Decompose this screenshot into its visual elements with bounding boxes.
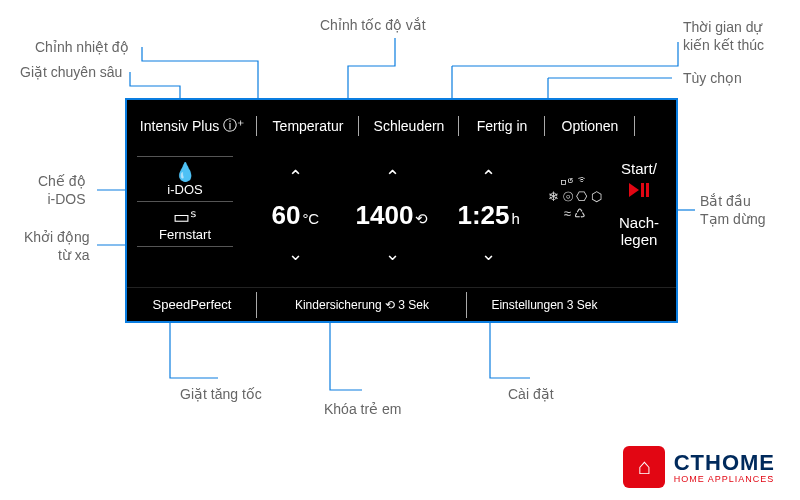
appliance-panel: Intensiv Plus ⓘ⁺ Temperatur Schleudern F…: [125, 98, 678, 323]
display-area: 💧 i-DOS ▭ˢ Fernstart 60 °C 1400: [127, 150, 676, 281]
remote-start-button[interactable]: ▭ˢ Fernstart: [137, 202, 233, 247]
spin-unit: ⟲: [415, 210, 428, 228]
option-icons-row2: ❄ ⦾ ⎔ ⬡: [545, 189, 605, 206]
option-icons-row3: ≈ ♺: [545, 206, 605, 223]
top-intensiv-plus[interactable]: Intensiv Plus ⓘ⁺: [127, 112, 257, 140]
childlock-label: Kindersicherung ⟲ 3 Sek: [295, 298, 429, 312]
remote-icon: ▭ˢ: [137, 208, 233, 226]
top-temperature[interactable]: Temperatur: [257, 112, 359, 140]
left-buttons: 💧 i-DOS ▭ˢ Fernstart: [137, 156, 233, 247]
settings-label: Einstellungen 3 Sek: [491, 298, 597, 312]
top-menu-row: Intensiv Plus ⓘ⁺ Temperatur Schleudern F…: [127, 112, 676, 140]
anno-idos: Chế độ i-DOS: [38, 172, 86, 208]
temp-down-button[interactable]: [288, 249, 303, 271]
nachlegen-label[interactable]: Nach- legen: [610, 215, 668, 248]
temperature-value: 60 °C: [271, 200, 319, 231]
logo-mark-icon: ⌂: [623, 446, 665, 488]
settings-button[interactable]: Einstellungen 3 Sek: [467, 288, 622, 322]
option-icons-row1: ◻↺ ᯤ: [545, 172, 605, 189]
pause-icon: [641, 183, 649, 197]
anno-remote-start: Khởi động từ xa: [24, 228, 89, 264]
top-spin-label: Schleudern: [374, 118, 445, 134]
time-up-button[interactable]: [481, 160, 496, 182]
play-icon: [629, 183, 639, 197]
idos-label: i-DOS: [167, 182, 202, 197]
top-temperature-label: Temperatur: [273, 118, 344, 134]
drop-icon: 💧: [137, 163, 233, 181]
anno-intensive: Giặt chuyên sâu: [20, 63, 122, 81]
speedperfect-button[interactable]: SpeedPerfect: [127, 288, 257, 322]
top-finish-in[interactable]: Fertig in: [459, 112, 545, 140]
top-intensiv-label: Intensiv Plus: [140, 118, 219, 134]
anno-spin: Chỉnh tốc độ vắt: [320, 16, 426, 34]
anno-options: Tùy chọn: [683, 69, 742, 87]
start-label: Start/: [610, 160, 668, 177]
spin-up-button[interactable]: [385, 160, 400, 182]
brand-tagline: HOME APPLIANCES: [674, 474, 775, 484]
option-icons: ◻↺ ᯤ ❄ ⦾ ⎔ ⬡ ≈ ♺: [545, 172, 605, 223]
spin-value: 1400 ⟲: [356, 200, 429, 231]
anno-finish-in: Thời gian dự kiến kết thúc: [683, 18, 764, 54]
temp-number: 60: [271, 200, 300, 231]
spin-down-button[interactable]: [385, 249, 400, 271]
time-unit: h: [512, 210, 520, 227]
spin-number: 1400: [356, 200, 414, 231]
top-options[interactable]: Optionen: [545, 112, 635, 140]
temp-unit: °C: [302, 210, 319, 227]
brand-name: CTHOME: [674, 450, 775, 476]
anno-start-pause: Bắt đầu Tạm dừng: [700, 192, 765, 228]
top-spin[interactable]: Schleudern: [359, 112, 459, 140]
time-down-button[interactable]: [481, 249, 496, 271]
anno-settings: Cài đặt: [508, 385, 554, 403]
right-controls: Start/ Nach- legen: [610, 160, 668, 248]
idos-button[interactable]: 💧 i-DOS: [137, 156, 233, 202]
bottom-menu-row: SpeedPerfect Kindersicherung ⟲ 3 Sek Ein…: [127, 287, 676, 321]
spin-column: 1400 ⟲: [344, 150, 441, 281]
time-number: 1:25: [457, 200, 509, 231]
intensiv-icon: ⓘ⁺: [223, 117, 244, 135]
top-finish-in-label: Fertig in: [477, 118, 528, 134]
anno-temperature: Chỉnh nhiệt độ: [35, 38, 129, 56]
childlock-button[interactable]: Kindersicherung ⟲ 3 Sek: [257, 288, 467, 322]
speedperfect-label: SpeedPerfect: [153, 297, 232, 312]
start-pause-button[interactable]: [610, 183, 668, 197]
temperature-column: 60 °C: [247, 150, 344, 281]
time-value: 1:25 h: [457, 200, 519, 231]
anno-speedperfect: Giặt tăng tốc: [180, 385, 262, 403]
value-columns: 60 °C 1400 ⟲ 1:25 h: [247, 150, 537, 281]
temp-up-button[interactable]: [288, 160, 303, 182]
anno-childlock: Khóa trẻ em: [324, 400, 401, 418]
time-column: 1:25 h: [440, 150, 537, 281]
top-options-label: Optionen: [562, 118, 619, 134]
remote-start-label: Fernstart: [159, 227, 211, 242]
brand-logo: ⌂ CTHOME HOME APPLIANCES: [623, 446, 775, 488]
